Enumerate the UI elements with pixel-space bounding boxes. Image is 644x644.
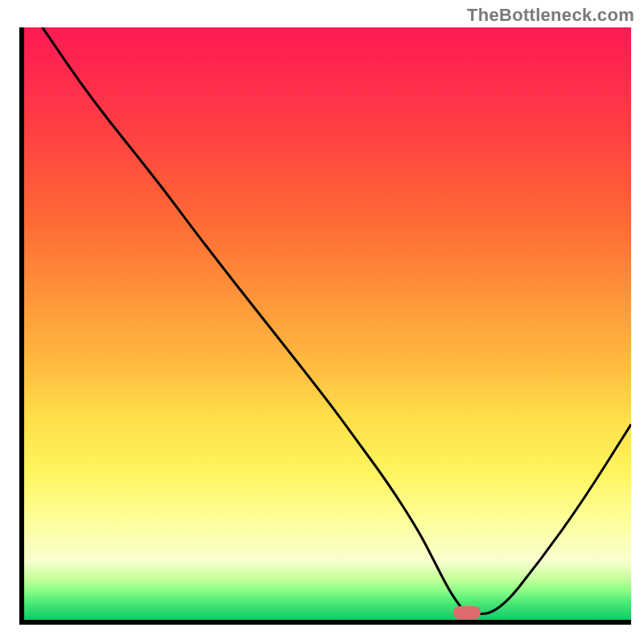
chart-curve-svg xyxy=(24,27,631,620)
attribution-text: TheBottleneck.com xyxy=(467,5,634,26)
bottleneck-curve-path xyxy=(43,27,631,614)
chart-plot-area xyxy=(19,27,631,625)
optimal-point-marker xyxy=(453,606,481,619)
